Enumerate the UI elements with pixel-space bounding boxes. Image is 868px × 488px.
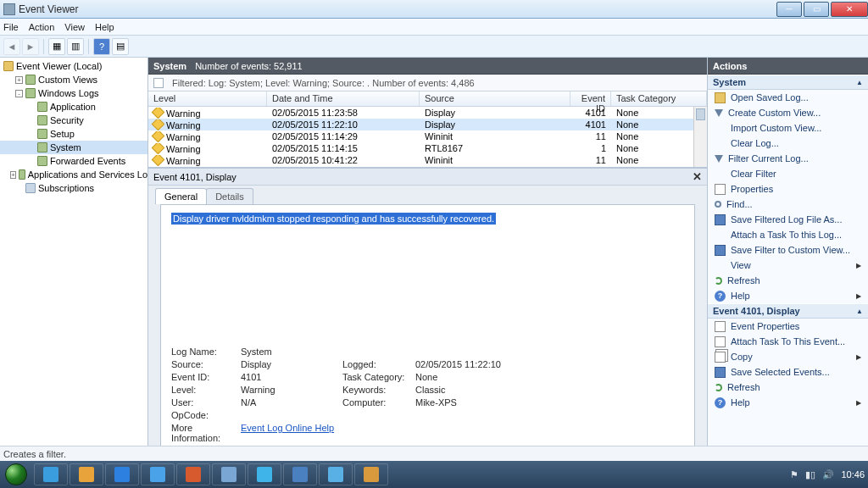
toolbar-btn-1[interactable]: ▦: [48, 38, 65, 55]
toolbar-btn-3[interactable]: ▤: [112, 38, 129, 55]
actions-header: Actions: [708, 58, 868, 75]
tree-item[interactable]: Subscriptions: [0, 181, 147, 195]
action-label: Copy: [731, 352, 753, 362]
tree-item-label: Setup: [50, 129, 75, 139]
collapse-icon[interactable]: ▲: [856, 308, 863, 315]
action-item[interactable]: ?Help▶: [708, 395, 868, 410]
action-item[interactable]: Create Custom View...: [708, 105, 868, 120]
action-item[interactable]: Clear Log...: [708, 136, 868, 151]
source-value: Display: [241, 359, 342, 369]
action-item[interactable]: Find...: [708, 197, 868, 212]
tray-volume-icon[interactable]: 🔊: [822, 469, 834, 480]
help-button[interactable]: ?: [93, 38, 110, 55]
close-button[interactable]: ✕: [831, 2, 868, 17]
tree-item[interactable]: +Custom Views: [0, 73, 147, 86]
col-level[interactable]: Level: [148, 92, 267, 106]
tree-item[interactable]: System: [0, 141, 147, 154]
taskbar-item[interactable]: [105, 463, 139, 485]
taskbar[interactable]: ⚑ ▮▯ 🔊 10:46: [0, 461, 868, 488]
action-label: Attach Task To This Event...: [731, 336, 845, 347]
folder-icon: [37, 156, 47, 166]
action-item[interactable]: ?Help▶: [708, 288, 868, 303]
action-item[interactable]: Clear Filter: [708, 166, 868, 181]
col-eventid[interactable]: Event ID: [570, 92, 611, 106]
tree-item[interactable]: Forwarded Events: [0, 154, 147, 168]
action-item[interactable]: Attach a Task To this Log...: [708, 227, 868, 242]
tree-item[interactable]: Setup: [0, 127, 147, 141]
expand-toggle[interactable]: -: [15, 90, 23, 97]
table-row[interactable]: Warning02/05/2015 10:41:22Wininit11None: [148, 154, 707, 166]
col-source[interactable]: Source: [420, 92, 570, 106]
actions-section-event[interactable]: Event 4101, Display▲: [708, 303, 868, 319]
action-label: Save Filter to Custom View...: [731, 245, 850, 255]
table-row[interactable]: Warning02/05/2015 11:14:15RTL81671None: [148, 142, 707, 154]
grid-vscrollbar[interactable]: [693, 107, 707, 167]
action-item[interactable]: Import Custom View...: [708, 120, 868, 136]
action-label: Attach a Task To this Log...: [731, 230, 842, 240]
table-row[interactable]: Warning02/05/2015 11:23:58Display4101Non…: [148, 107, 707, 119]
taskbar-item[interactable]: [141, 463, 175, 485]
tab-details[interactable]: Details: [206, 188, 253, 204]
tree-root[interactable]: Event Viewer (Local): [0, 59, 147, 73]
action-item[interactable]: Copy▶: [708, 349, 868, 364]
preview-title: Event 4101, Display: [153, 172, 236, 182]
action-item[interactable]: Save Filter to Custom View...: [708, 242, 868, 258]
table-row[interactable]: Warning02/05/2015 11:14:29Wininit11None: [148, 130, 707, 142]
menu-action[interactable]: Action: [29, 22, 55, 32]
tree-item[interactable]: Application: [0, 100, 147, 114]
preview-close-icon[interactable]: ✕: [693, 170, 702, 183]
action-item[interactable]: Event Properties: [708, 319, 868, 334]
taskbar-item[interactable]: [34, 463, 68, 485]
start-button[interactable]: [0, 461, 32, 488]
app-icon: [186, 467, 201, 482]
taskbar-item[interactable]: [319, 463, 353, 485]
taskbar-item[interactable]: [248, 463, 281, 485]
action-item[interactable]: Refresh: [708, 380, 868, 395]
system-tray[interactable]: ⚑ ▮▯ 🔊 10:46: [790, 469, 868, 480]
tray-clock[interactable]: 10:46: [841, 469, 865, 480]
menubar: File Action View Help: [0, 19, 868, 36]
expand-toggle[interactable]: +: [15, 76, 23, 84]
tray-flag-icon[interactable]: ⚑: [790, 469, 798, 480]
preview-tabbar: General Details: [148, 186, 707, 204]
action-item[interactable]: Refresh: [708, 273, 868, 288]
taskbar-item[interactable]: [176, 463, 210, 485]
menu-help[interactable]: Help: [95, 22, 114, 32]
action-label: Filter Current Log...: [728, 153, 809, 164]
action-item[interactable]: Open Saved Log...: [708, 90, 868, 105]
action-item[interactable]: Filter Current Log...: [708, 151, 868, 166]
action-item[interactable]: View▶: [708, 258, 868, 273]
taskbar-item[interactable]: [212, 463, 246, 485]
forward-button[interactable]: ►: [22, 38, 39, 55]
collapse-icon[interactable]: ▲: [856, 79, 863, 86]
taskbar-item[interactable]: [70, 463, 103, 485]
maximize-button[interactable]: ▭: [804, 2, 829, 17]
action-item[interactable]: Save Selected Events...: [708, 364, 868, 380]
minimize-button[interactable]: ─: [776, 2, 802, 17]
expand-toggle[interactable]: +: [10, 171, 16, 179]
taskbar-item[interactable]: [354, 463, 388, 485]
menu-file[interactable]: File: [3, 22, 19, 32]
tray-network-icon[interactable]: ▮▯: [805, 469, 815, 480]
taskbar-item[interactable]: [283, 463, 317, 485]
tree-item[interactable]: Security: [0, 114, 147, 127]
grid-header[interactable]: Level Date and Time Source Event ID Task…: [148, 92, 707, 107]
tree-item[interactable]: -Windows Logs: [0, 86, 147, 100]
toolbar-btn-2[interactable]: ▥: [67, 38, 84, 55]
event-grid[interactable]: Level Date and Time Source Event ID Task…: [148, 92, 707, 168]
moreinfo-link[interactable]: Event Log Online Help: [241, 423, 334, 433]
tree-item[interactable]: +Applications and Services Lo: [0, 168, 147, 181]
back-button[interactable]: ◄: [3, 38, 20, 55]
actions-section-system[interactable]: System▲: [708, 75, 868, 90]
tab-general[interactable]: General: [155, 188, 207, 204]
action-item[interactable]: Properties: [708, 181, 868, 197]
app-icon: [150, 467, 165, 482]
menu-view[interactable]: View: [64, 22, 85, 32]
action-item[interactable]: Attach Task To This Event...: [708, 334, 868, 349]
nav-tree[interactable]: Event Viewer (Local) +Custom Views-Windo…: [0, 58, 148, 461]
actions-pane: Actions System▲ Open Saved Log...Create …: [707, 58, 868, 461]
table-row[interactable]: Warning02/05/2015 11:22:10Display4101Non…: [148, 119, 707, 130]
col-datetime[interactable]: Date and Time: [267, 92, 420, 106]
col-taskcat[interactable]: Task Category: [611, 92, 707, 106]
action-item[interactable]: Save Filtered Log File As...: [708, 212, 868, 227]
